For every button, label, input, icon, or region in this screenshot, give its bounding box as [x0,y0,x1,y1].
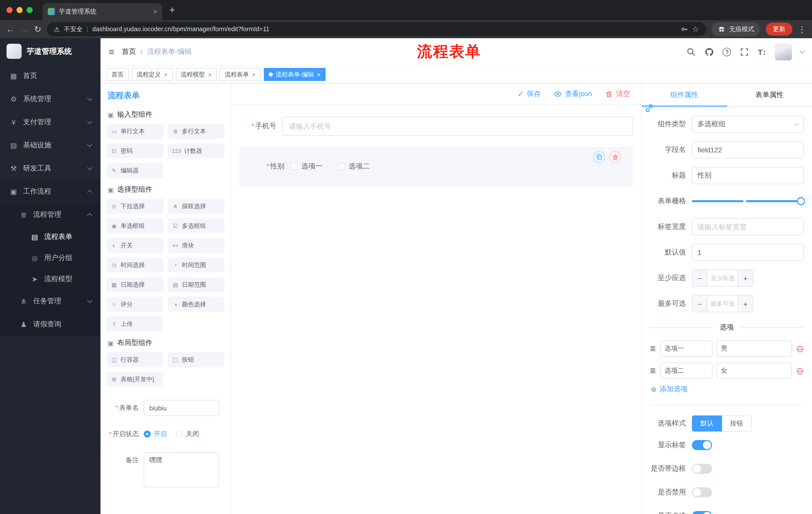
checkbox-option1[interactable]: 选项一 [290,162,323,171]
font-size-icon[interactable]: T↕ [758,48,766,56]
close-icon[interactable]: × [164,71,168,78]
help-icon[interactable]: ? [723,48,731,56]
chip-table-wip[interactable]: ⊞表格[开发中] [107,372,163,387]
warning-icon[interactable]: ⚠ [54,25,60,33]
back-icon[interactable]: ← [6,25,14,33]
chip-single-line-text[interactable]: ▭单行文本 [107,124,163,139]
option-value-input[interactable] [716,362,792,379]
border-toggle[interactable] [692,464,712,474]
close-window-button[interactable] [6,7,12,13]
chip-row-container[interactable]: ◫行容器 [107,352,163,367]
sidebar-item-workflow[interactable]: ▣ 工作流程 [0,180,100,203]
chip-counter[interactable]: 123计数器 [168,143,225,158]
chip-time-picker[interactable]: ◷时间选择 [107,258,163,273]
show-label-toggle[interactable] [692,440,712,450]
tab-form-props[interactable]: 表单属性 [727,83,812,106]
grid-slider[interactable] [692,193,804,210]
tag-home[interactable]: 首页 [107,68,128,81]
status-off-radio[interactable]: 关闭 [176,426,199,442]
style-button-button[interactable]: 按钮 [722,415,752,432]
new-tab-button[interactable]: + [169,4,175,16]
sidebar-item-system[interactable]: ⚙ 系统管理 [0,87,100,111]
bookmark-star-icon[interactable]: ☆ [692,25,699,34]
drag-handle-icon[interactable]: ≣ [650,344,656,353]
chip-date-picker[interactable]: ▦日期选择 [107,277,163,292]
close-icon[interactable]: × [317,71,321,78]
tag-process-form[interactable]: 流程表单 × [220,68,261,81]
sidebar-item-process-form[interactable]: ▤ 流程表单 [0,226,100,247]
chip-cascader[interactable]: ⋔级联选择 [168,199,225,214]
reload-icon[interactable]: ↻ [34,25,41,33]
github-icon[interactable] [705,47,714,57]
remove-option-button[interactable]: ⊖ [796,344,804,353]
chip-color-picker[interactable]: ◑颜色选择 [168,297,225,312]
selected-gender-widget[interactable]: *性别 选项一 选项二 [239,147,633,187]
delete-widget-button[interactable] [609,151,621,163]
browser-tab[interactable]: 芋道管理系统 × [43,3,162,20]
sidebar-toggle-icon[interactable]: ≡ [109,47,114,57]
increment-button[interactable]: + [737,296,753,312]
min-select-input[interactable]: 至少应选 [707,270,737,286]
option-label-input[interactable] [660,362,712,379]
style-default-button[interactable]: 默认 [692,415,722,432]
add-option-button[interactable]: ⊕ 添加选项 [651,385,804,394]
sidebar-item-task-management[interactable]: ⋔ 任务管理 [0,290,100,313]
chip-checkbox-group[interactable]: ☑多选框组 [168,218,225,233]
decrement-button[interactable]: − [692,270,707,286]
max-select-input[interactable]: 最多可选 [707,296,737,312]
save-button[interactable]: ✓ 保存 [517,89,541,98]
maximize-window-button[interactable] [27,7,33,13]
tag-process-definition[interactable]: 流程定义 × [132,68,173,81]
drag-handle-icon[interactable]: ≣ [650,366,656,375]
chip-button[interactable]: ▢按钮 [168,352,225,367]
chip-date-range[interactable]: ▤日期范围 [168,277,225,292]
sidebar-item-infrastructure[interactable]: ▤ 基础设施 [0,134,100,157]
slider-handle[interactable] [797,197,805,205]
chip-password[interactable]: ⊡密码 [107,143,163,158]
sidebar-item-process-management[interactable]: ≣ 流程管理 [0,203,100,226]
remove-option-button[interactable]: ⊖ [796,366,804,375]
avatar-caret-icon[interactable] [800,49,805,54]
tab-close-icon[interactable]: × [153,7,157,16]
tag-process-form-edit[interactable]: 流程表单-编辑 × [264,68,326,81]
tag-process-model[interactable]: 流程模型 × [176,68,216,81]
chip-slider[interactable]: ⊷滑块 [168,238,225,253]
clear-button[interactable]: 清空 [605,89,630,98]
minimize-window-button[interactable] [17,7,23,13]
sidebar-item-user-group[interactable]: ◎ 用户分组 [0,247,100,269]
chip-radio-group[interactable]: ◉单选框组 [107,218,163,233]
sidebar-item-dev-tools[interactable]: ⚒ 研发工具 [0,157,100,180]
option-label-input[interactable] [660,341,712,357]
component-type-select[interactable]: 多选框组 [692,116,804,133]
search-icon[interactable] [687,47,696,57]
view-json-button[interactable]: 查看json [554,89,592,98]
sidebar-item-process-model[interactable]: ➤ 流程模型 [0,269,100,290]
breadcrumb-home[interactable]: 首页 [122,47,136,56]
chip-rate[interactable]: ☆评分 [107,297,163,312]
increment-button[interactable]: + [737,270,753,286]
sidebar-item-payment[interactable]: ¥ 支付管理 [0,111,100,134]
avatar[interactable] [775,43,792,60]
copy-widget-button[interactable] [593,151,605,163]
decrement-button[interactable]: − [692,296,707,312]
default-value-input[interactable] [692,244,804,261]
chip-switch[interactable]: ◐开关 [107,238,163,253]
chip-multi-line-text[interactable]: ≣多行文本 [168,124,225,139]
chip-upload[interactable]: ⇪上传 [107,316,163,331]
close-icon[interactable]: × [208,71,211,78]
sidebar-item-home[interactable]: ▦ 首页 [0,64,100,87]
phone-input[interactable] [282,117,633,136]
form-name-input[interactable] [144,400,219,416]
chip-dropdown-select[interactable]: ⊙下拉选择 [107,199,163,214]
chip-editor[interactable]: ✎编辑器 [107,163,163,178]
label-width-input[interactable] [692,218,804,235]
tab-component-props[interactable]: 组件属性 [642,83,727,106]
slider-track[interactable] [692,200,804,202]
sidebar-item-leave-query[interactable]: ♟ 请假查询 [0,313,100,336]
chip-time-range[interactable]: ◔时间范围 [168,258,225,273]
disabled-toggle[interactable] [692,487,712,497]
fullscreen-icon[interactable] [740,47,749,57]
key-icon[interactable] [680,25,688,33]
forward-icon[interactable]: → [20,25,29,33]
remark-textarea[interactable]: 嘿嘿 [144,452,219,487]
